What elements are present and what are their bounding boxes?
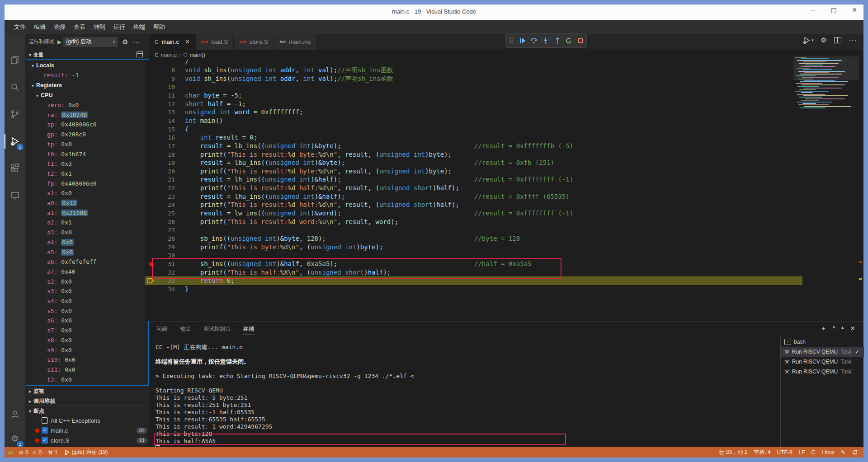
- status-item[interactable]: 行 33，列 1: [716, 447, 751, 457]
- register-row[interactable]: t0: 0x1b674: [26, 149, 148, 159]
- code-line[interactable]: 26 printf("This is result:%d word:%u\n",…: [145, 218, 802, 226]
- code-line[interactable]: 27: [145, 226, 802, 234]
- code-line[interactable]: 10: [145, 83, 802, 91]
- editor-tab-main.ins[interactable]: TeXmain.ins: [274, 34, 317, 50]
- status-item[interactable]: UTF-8: [774, 447, 796, 457]
- code-line[interactable]: 29 printf("This is byte:%d\n", (unsigned…: [145, 243, 802, 252]
- editor-tab-main.c[interactable]: Cmain.c✕: [149, 34, 196, 50]
- terminal-dropdown-icon[interactable]: ▾: [833, 325, 835, 333]
- code-line[interactable]: 18 printf("This is result:%d byte:%d\n",…: [145, 150, 802, 159]
- minimap[interactable]: [793, 54, 859, 113]
- code-line[interactable]: 24 printf("This is result:%d half:%d\n",…: [145, 201, 802, 209]
- register-row[interactable]: s10: 0x0: [26, 355, 148, 365]
- maximize-panel-icon[interactable]: ▴: [841, 325, 844, 333]
- breakpoint-checkbox[interactable]: ✓: [42, 437, 48, 443]
- extensions-icon[interactable]: [5, 159, 25, 177]
- code-line[interactable]: 20 printf("This is result:%d byte:%d\n",…: [145, 167, 802, 176]
- menu-item[interactable]: 终端: [129, 21, 149, 33]
- close-panel-icon[interactable]: ✕: [850, 325, 855, 333]
- code-line[interactable]: /: [145, 60, 802, 66]
- register-row[interactable]: fp: 0x408006e0: [26, 179, 148, 189]
- breakpoint-row[interactable]: All C++ Exceptions: [25, 415, 149, 425]
- code-line[interactable]: 15{: [145, 125, 802, 134]
- feedback-pen-icon[interactable]: ✎: [838, 447, 849, 457]
- debug-gear-icon[interactable]: ⚙: [122, 38, 128, 46]
- panel-tab-调试控制台[interactable]: 调试控制台: [203, 323, 231, 335]
- code-line[interactable]: 11char byte = -5;: [145, 91, 802, 100]
- breakpoint-row[interactable]: ✓main.c31: [25, 425, 149, 435]
- editor-more-icon[interactable]: ···: [849, 36, 857, 44]
- status-item[interactable]: LF: [796, 447, 808, 457]
- menu-item[interactable]: 查看: [70, 21, 90, 33]
- breakpoint-row[interactable]: ✓store.S13: [25, 435, 149, 445]
- panel-tab-终端[interactable]: 终端: [242, 323, 255, 335]
- settings-run-icon[interactable]: ⚙: [821, 36, 827, 44]
- register-row[interactable]: a4: 0x0: [26, 238, 148, 247]
- status-item[interactable]: Linux: [818, 447, 838, 457]
- variables-tree[interactable]: ▾Localsresult: -1▾Registers▾CPUzero: 0x0…: [26, 59, 149, 386]
- stop-icon[interactable]: [577, 37, 584, 44]
- menu-item[interactable]: 文件: [10, 21, 30, 33]
- terminal-list-item[interactable]: ⚒Run RISCV-QEMUTask: [781, 367, 864, 377]
- panel-tab-问题[interactable]: 问题: [156, 323, 168, 335]
- close-tab-icon[interactable]: ✕: [185, 38, 190, 45]
- toolbar-grip-icon[interactable]: [508, 37, 514, 44]
- variables-chevron-icon[interactable]: ▾: [29, 52, 31, 57]
- restart-icon[interactable]: [565, 37, 572, 44]
- register-row[interactable]: s6: 0x0: [26, 316, 148, 326]
- menu-item[interactable]: 编辑: [30, 21, 50, 33]
- terminal-list-item[interactable]: ⚒Run RISCV-QEMUTask✓: [781, 347, 864, 357]
- register-row[interactable]: s3: 0x0: [26, 286, 148, 296]
- register-row[interactable]: a1: 0x21008: [26, 208, 148, 218]
- register-row[interactable]: zero: 0x0: [26, 100, 148, 110]
- search-icon[interactable]: [5, 78, 25, 96]
- terminal-list-item[interactable]: ⚒Run RISCV-QEMUTask: [781, 357, 864, 367]
- collapse-all-icon[interactable]: [137, 51, 143, 57]
- debug-more-icon[interactable]: ···: [133, 38, 141, 46]
- register-row[interactable]: t2: 0x1: [26, 169, 148, 179]
- status-item[interactable]: 空格: 4: [750, 447, 774, 457]
- section-header-0[interactable]: ▸监视: [25, 386, 149, 396]
- tree-section-Locals[interactable]: ▾Locals: [26, 61, 148, 70]
- register-row[interactable]: a2: 0x1: [26, 218, 148, 228]
- register-row[interactable]: s4: 0x0: [26, 296, 148, 306]
- run-menu-icon[interactable]: ▾: [803, 37, 814, 44]
- menu-item[interactable]: 运行: [109, 21, 129, 33]
- register-row[interactable]: a3: 0x0: [26, 228, 148, 238]
- problems-status[interactable]: ⊘0 ⚠0: [16, 447, 45, 457]
- remote-explorer-icon[interactable]: [5, 187, 25, 205]
- step-over-icon[interactable]: [530, 37, 538, 44]
- tree-section-CPU[interactable]: ▾CPU: [26, 90, 148, 100]
- register-row[interactable]: a0: 0x12: [26, 198, 148, 208]
- code-line[interactable]: 17 result = lb_ins((unsigned int)&byte);…: [145, 142, 802, 150]
- register-row[interactable]: a5: 0x0: [26, 247, 148, 257]
- code-line[interactable]: 13unsigned int word = 0xffffffff;: [145, 108, 802, 117]
- register-row[interactable]: s11: 0x0: [26, 365, 148, 375]
- code-line[interactable]: 19 result = lbu_ins((unsigned int)&byte)…: [145, 159, 802, 167]
- section-header-1[interactable]: ▸调用堆栈: [25, 396, 149, 406]
- register-row[interactable]: a6: 0xfefefeff: [26, 257, 148, 267]
- menu-item[interactable]: 帮助: [149, 21, 169, 33]
- start-debug-icon[interactable]: ▶: [57, 39, 61, 45]
- code-line[interactable]: 8void sb_ins(unsigned int addr, int val)…: [145, 66, 802, 75]
- register-row[interactable]: t1: 0x3: [26, 159, 148, 169]
- code-line[interactable]: 34}: [145, 285, 802, 294]
- debug-status[interactable]: (gdb) 启动 (19): [61, 447, 111, 457]
- register-row[interactable]: sp: 0x408006c0: [26, 120, 148, 130]
- breadcrumb[interactable]: C main.c › ⬡ main(): [149, 50, 793, 60]
- account-icon[interactable]: [5, 405, 25, 423]
- terminal-list-item[interactable]: >bash: [781, 337, 864, 347]
- register-row[interactable]: gp: 0x208c0: [26, 130, 148, 140]
- debug-config-dropdown[interactable]: (gdb) 启动▾: [63, 37, 118, 47]
- panel-tab-输出[interactable]: 输出: [179, 323, 192, 335]
- code-line[interactable]: 9void sh_ins(unsigned int addr, int val)…: [145, 75, 802, 83]
- explorer-icon[interactable]: [5, 51, 25, 69]
- register-row[interactable]: s5: 0x0: [26, 306, 148, 316]
- register-row[interactable]: a7: 0x40: [26, 267, 148, 277]
- menu-item[interactable]: 选择: [50, 21, 70, 33]
- run-and-debug-icon[interactable]: 1: [5, 132, 25, 150]
- menu-item[interactable]: 转到: [90, 21, 109, 33]
- step-out-icon[interactable]: [554, 37, 561, 44]
- editor-tab-store.S[interactable]: ASMstore.S: [234, 34, 274, 50]
- remote-indicator[interactable]: ><: [5, 447, 16, 457]
